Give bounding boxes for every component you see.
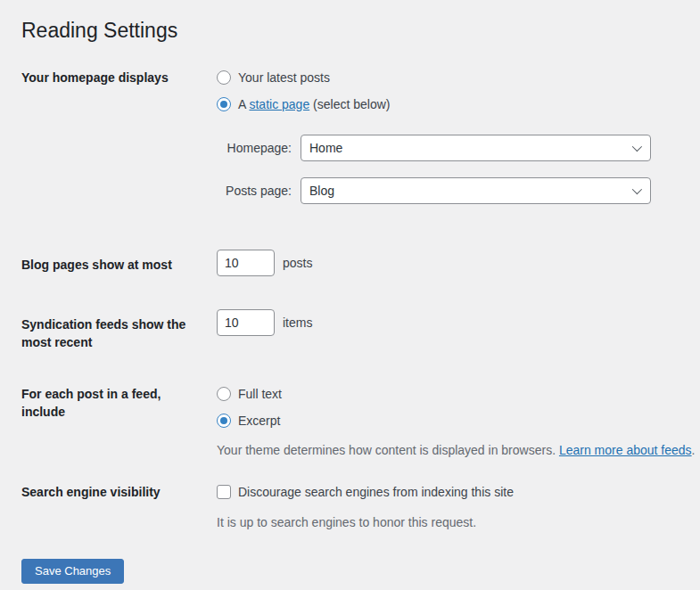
learn-more-feeds-link[interactable]: Learn more about feeds xyxy=(559,443,692,457)
search-visibility-description: It is up to search engines to honor this… xyxy=(217,513,682,531)
excerpt-label: Excerpt xyxy=(238,412,280,430)
posts-per-page-input[interactable] xyxy=(217,250,275,276)
chevron-down-icon xyxy=(632,142,642,152)
homepage-select-label: Homepage: xyxy=(217,141,292,155)
syndication-feeds-label: Syndication feeds show the most recent xyxy=(21,309,217,351)
save-changes-button[interactable]: Save Changes xyxy=(21,559,124,584)
feed-items-input[interactable] xyxy=(217,309,275,336)
homepage-select[interactable]: Home xyxy=(301,135,651,161)
search-visibility-label: Search engine visibility xyxy=(21,483,217,501)
radio-option-static-page[interactable]: A static page (select below) xyxy=(217,95,682,113)
blog-pages-label: Blog pages show at most xyxy=(21,250,217,274)
reading-settings-page: Reading Settings Your homepage displays … xyxy=(0,0,700,584)
static-page-link[interactable]: static page xyxy=(249,97,309,111)
checkbox-option-discourage-indexing[interactable]: Discourage search engines from indexing … xyxy=(217,483,682,501)
homepage-displays-label: Your homepage displays xyxy=(21,69,217,86)
full-text-radio[interactable] xyxy=(217,387,231,401)
chevron-down-icon xyxy=(632,184,642,194)
static-page-label: A static page (select below) xyxy=(238,95,390,113)
posts-unit-label: posts xyxy=(283,256,312,270)
latest-posts-label: Your latest posts xyxy=(238,69,330,86)
feed-description: Your theme determines how content is dis… xyxy=(217,441,682,459)
discourage-indexing-checkbox[interactable] xyxy=(217,485,231,499)
full-text-label: Full text xyxy=(238,385,282,403)
radio-option-latest-posts[interactable]: Your latest posts xyxy=(217,69,682,86)
latest-posts-radio[interactable] xyxy=(217,70,231,85)
homepage-displays-row: Your homepage displays Your latest posts… xyxy=(21,69,682,204)
page-title: Reading Settings xyxy=(21,17,682,44)
feed-content-label: For each post in a feed, include xyxy=(21,385,217,421)
homepage-select-value: Home xyxy=(309,141,632,155)
posts-page-select-label: Posts page: xyxy=(217,184,292,198)
search-visibility-row: Search engine visibility Discourage sear… xyxy=(21,483,682,531)
static-page-radio[interactable] xyxy=(217,97,231,111)
syndication-feeds-row: Syndication feeds show the most recent i… xyxy=(21,309,682,351)
discourage-indexing-label: Discourage search engines from indexing … xyxy=(238,483,514,501)
excerpt-radio[interactable] xyxy=(217,414,231,428)
blog-pages-row: Blog pages show at most posts xyxy=(21,250,682,276)
radio-option-full-text[interactable]: Full text xyxy=(217,385,682,403)
posts-page-select-value: Blog xyxy=(309,184,632,198)
feed-content-row: For each post in a feed, include Full te… xyxy=(21,385,682,459)
items-unit-label: items xyxy=(283,315,312,330)
posts-page-select[interactable]: Blog xyxy=(301,177,651,204)
radio-option-excerpt[interactable]: Excerpt xyxy=(217,412,682,430)
